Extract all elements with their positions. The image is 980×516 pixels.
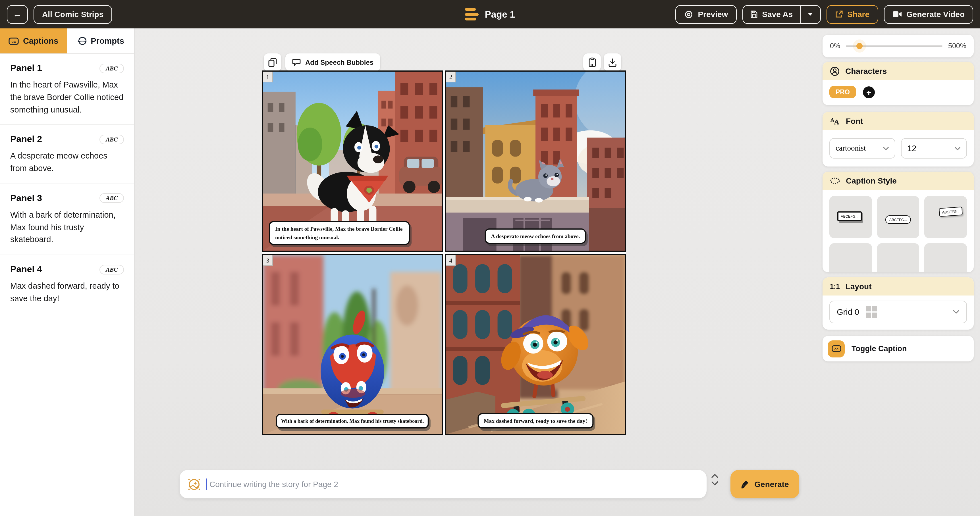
step-up-button[interactable] [711, 473, 719, 478]
font-title: Font [846, 116, 863, 125]
zoom-max-label: 500% [948, 42, 966, 50]
cc-toggle-icon: cc [828, 340, 845, 357]
tab-prompts-label: Prompts [91, 37, 124, 46]
share-label: Share [847, 10, 869, 19]
zoom-slider-card: 0% 500% [822, 35, 974, 57]
layout-card: 1:1 Layout Grid 0 [822, 277, 974, 330]
generate-video-button[interactable]: Generate Video [884, 5, 973, 24]
page-title: Page 1 [485, 9, 515, 20]
tab-captions-label: Captions [23, 37, 58, 46]
caption-style-option-6[interactable] [924, 243, 967, 272]
characters-header: Characters [822, 62, 974, 80]
page-menu-icon[interactable] [465, 8, 479, 21]
caret-down-icon [807, 12, 813, 16]
back-button[interactable]: ← [7, 5, 28, 24]
all-comic-strips-button[interactable]: All Comic Strips [33, 5, 112, 24]
panel-1-title: Panel 1 [10, 63, 42, 73]
video-camera-icon [892, 11, 902, 17]
panel-number-badge: 1 [263, 71, 273, 83]
caption-item-panel-4[interactable]: Panel 4 ABC Max dashed forward, ready to… [0, 255, 134, 314]
panel-2-caption-text[interactable]: A desperate meow echoes from above. [10, 150, 124, 175]
panel-number-badge: 2 [446, 71, 456, 83]
caption-style-header: Caption Style [822, 171, 974, 190]
comic-panel-4[interactable]: 4 Max dashed forward, ready to save the … [445, 254, 626, 435]
paintbrush-icon [741, 479, 749, 489]
caption-item-panel-3[interactable]: Panel 3 ABC With a bark of determination… [0, 184, 134, 256]
characters-title: Characters [845, 67, 887, 76]
font-family-value: cartoonist [835, 144, 866, 153]
download-button[interactable] [604, 53, 621, 71]
characters-card: Characters PRO + [822, 62, 974, 105]
paste-button[interactable] [583, 53, 601, 71]
chevron-down-icon [955, 146, 961, 150]
tab-captions[interactable]: cc Captions [0, 29, 67, 53]
story-prompt-input[interactable] [208, 479, 698, 489]
caption-style-option-1[interactable]: ABCEFG... [829, 196, 872, 238]
font-family-select[interactable]: cartoonist [829, 138, 895, 159]
caption-style-option-5[interactable] [877, 243, 919, 272]
caption-bubble-icon [830, 177, 840, 184]
caption-item-panel-2[interactable]: Panel 2 ABC A desperate meow echoes from… [0, 125, 134, 184]
back-arrow-icon: ← [13, 9, 22, 19]
magic-image-icon [188, 478, 200, 491]
svg-text:A: A [834, 118, 839, 125]
panel-3-caption[interactable]: With a bark of determination, Max found … [276, 414, 429, 429]
comic-panel-1[interactable]: 1 In the heart of Pawsville, Max the bra… [262, 70, 443, 252]
abc-style-badge[interactable]: ABC [99, 194, 124, 203]
caption-style-option-3[interactable]: ABCEFG... [924, 196, 967, 238]
font-size-value: 12 [907, 144, 916, 153]
caption-style-option-2[interactable]: ABCEFG... [877, 196, 919, 238]
zoom-slider-track[interactable] [846, 46, 942, 47]
font-icon: A A [830, 116, 840, 125]
grid-2x2-icon [865, 306, 877, 318]
text-caret [206, 478, 207, 490]
abc-style-badge[interactable]: ABC [99, 265, 124, 274]
abc-style-badge[interactable]: ABC [99, 135, 124, 144]
font-header: A A Font [822, 112, 974, 130]
layout-grid-select[interactable]: Grid 0 [829, 301, 967, 323]
add-character-button[interactable]: + [863, 86, 875, 98]
caption-style-option-4[interactable] [829, 243, 872, 272]
panel-1-caption[interactable]: In the heart of Pawsville, Max the brave… [269, 221, 410, 245]
comic-panel-3[interactable]: 3 With a bark of determination, Max foun… [262, 254, 443, 435]
panel-2-caption[interactable]: A desperate meow echoes from above. [485, 229, 586, 244]
right-sidebar: 0% 500% Characters PRO + [822, 35, 974, 361]
add-speech-bubbles-button[interactable]: Add Speech Bubbles [285, 53, 380, 71]
caption-style-title: Caption Style [846, 176, 897, 185]
top-bar: ← All Comic Strips Page 1 Preview [0, 0, 980, 29]
share-button[interactable]: Share [826, 5, 878, 24]
caption-style-sample: ABCEFG... [939, 206, 963, 217]
panel-4-caption-text[interactable]: Max dashed forward, ready to save the da… [10, 280, 124, 305]
save-as-dropdown-button[interactable] [800, 5, 820, 23]
toggle-caption-label: Toggle Caption [851, 345, 907, 353]
generate-button[interactable]: Generate [730, 470, 799, 499]
caption-item-panel-1[interactable]: Panel 1 ABC In the heart of Pawsville, M… [0, 54, 134, 125]
aspect-ratio-label: 1:1 [830, 283, 840, 291]
abc-style-badge[interactable]: ABC [99, 64, 124, 73]
story-prompt-bar [180, 470, 706, 499]
copy-page-button[interactable] [264, 53, 282, 71]
panel-1-caption-text[interactable]: In the heart of Pawsville, Max the brave… [10, 79, 124, 116]
speech-bubble-icon [292, 59, 301, 66]
person-icon [830, 66, 840, 76]
clipboard-paste-icon [588, 57, 596, 67]
step-down-button[interactable] [711, 481, 719, 486]
caption-style-sample: ABCEFG... [837, 211, 862, 221]
save-as-split-button: Save As [742, 5, 821, 24]
save-icon [750, 10, 757, 18]
preview-button[interactable]: Preview [675, 5, 737, 24]
panel-4-caption[interactable]: Max dashed forward, ready to save the da… [477, 413, 593, 429]
save-as-button[interactable]: Save As [743, 5, 800, 23]
comic-panel-2[interactable]: 2 A desperate meow echoes from above. [445, 70, 626, 252]
panel-2-title: Panel 2 [10, 134, 42, 144]
pro-badge[interactable]: PRO [829, 86, 856, 98]
toggle-caption-button[interactable]: cc Toggle Caption [822, 336, 974, 361]
panel-3-caption-text[interactable]: With a bark of determination, Max found … [10, 209, 124, 246]
share-icon [835, 10, 843, 18]
font-size-select[interactable]: 12 [901, 138, 967, 159]
zoom-slider-knob[interactable] [856, 43, 862, 49]
prompt-stepper [711, 473, 719, 486]
add-speech-bubbles-label: Add Speech Bubbles [305, 58, 374, 66]
tab-prompts[interactable]: Prompts [67, 29, 134, 53]
panel-4-artwork [446, 255, 625, 434]
